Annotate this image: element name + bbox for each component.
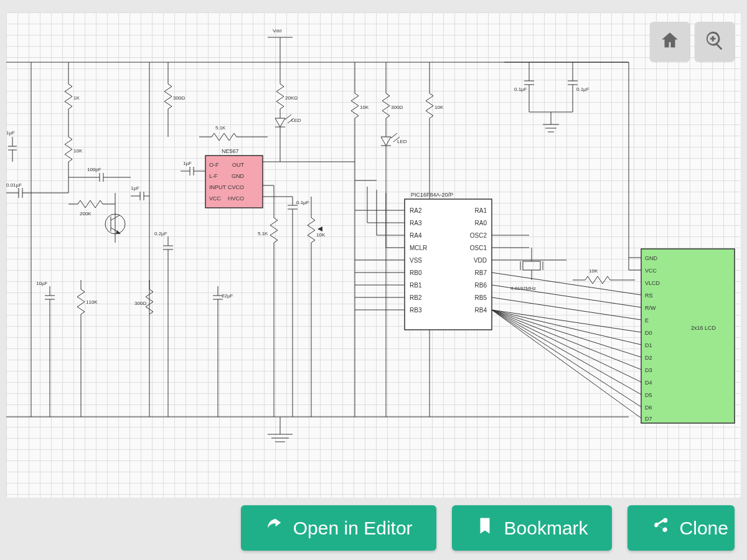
svg-text:5.1K: 5.1K [215, 125, 226, 131]
svg-text:RB6: RB6 [475, 282, 487, 289]
svg-text:RB1: RB1 [410, 282, 422, 289]
ic-pic: PIC16F84A-20/P RA2 RA3 RA4 MCLR VSS RB0 … [355, 180, 492, 330]
svg-text:10K: 10K [435, 105, 444, 110]
svg-text:LED: LED [397, 139, 407, 144]
svg-text:200K: 200K [80, 211, 92, 217]
svg-line-86 [285, 114, 291, 119]
svg-text:10K: 10K [73, 148, 83, 154]
svg-text:RB3: RB3 [410, 307, 422, 314]
svg-text:110K: 110K [86, 299, 98, 305]
svg-marker-84 [275, 118, 285, 127]
svg-text:D1: D1 [645, 342, 652, 348]
svg-text:1µF: 1µF [6, 130, 15, 136]
svg-marker-103 [317, 226, 322, 231]
svg-text:RB0: RB0 [410, 269, 422, 276]
svg-text:0.1µF: 0.1µF [514, 86, 527, 92]
svg-text:D7: D7 [645, 416, 652, 422]
svg-text:100pF: 100pF [87, 167, 101, 172]
svg-text:GND: GND [232, 173, 245, 179]
share-arrow-icon [265, 516, 283, 539]
left-network: 1µF 0.01µF 1K 10K 100pF [6, 62, 131, 417]
home-button[interactable] [650, 22, 690, 62]
svg-text:D3: D3 [645, 367, 652, 373]
svg-text:PIC16F84A-20/P: PIC16F84A-20/P [411, 192, 453, 198]
svg-text:5.1K: 5.1K [258, 231, 268, 236]
svg-text:RA1: RA1 [475, 207, 487, 214]
home-icon [659, 30, 680, 54]
svg-text:10K: 10K [316, 232, 326, 238]
svg-text:1µF: 1µF [131, 185, 139, 191]
bookmark-label: Bookmark [504, 518, 588, 539]
svg-text:VLCD: VLCD [645, 280, 660, 286]
svg-text:RA4: RA4 [410, 232, 422, 239]
zoom-in-button[interactable] [695, 22, 735, 62]
svg-text:D4: D4 [645, 380, 652, 386]
share-nodes-icon [651, 516, 670, 539]
ne567-output-network: 0.1µF 5.1K 10K 22µF [213, 185, 326, 417]
svg-line-211 [492, 310, 641, 407]
decoupling-caps: 0.1µF 0.1µF [504, 62, 629, 132]
svg-text:VCC: VCC [209, 195, 222, 202]
svg-text:10µF: 10µF [36, 281, 48, 286]
svg-text:MCLR: MCLR [410, 245, 427, 251]
svg-text:L-F: L-F [209, 173, 218, 179]
schematic-canvas[interactable]: Vdd 1µF 0.01µF 1K [6, 12, 741, 498]
svg-text:300Ω: 300Ω [134, 301, 146, 306]
bookmark-icon [476, 516, 494, 539]
open-editor-label: Open in Editor [293, 518, 413, 539]
svg-line-203 [492, 285, 641, 307]
svg-text:CVCO: CVCO [228, 184, 244, 190]
bookmark-button[interactable]: Bookmark [452, 505, 612, 551]
svg-text:RB2: RB2 [410, 294, 422, 301]
svg-text:RB4: RB4 [475, 307, 487, 314]
svg-text:NE567: NE567 [222, 148, 239, 154]
open-editor-button[interactable]: Open in Editor [241, 505, 436, 551]
svg-line-207 [492, 310, 641, 357]
svg-text:VSS: VSS [410, 257, 422, 264]
svg-text:RB7: RB7 [475, 269, 487, 276]
svg-text:GND: GND [645, 255, 658, 261]
svg-rect-160 [523, 261, 540, 270]
zoom-in-icon [704, 30, 725, 54]
svg-marker-116 [381, 137, 391, 146]
svg-text:R/W: R/W [645, 305, 656, 311]
svg-text:0.1µF: 0.1µF [296, 200, 309, 205]
svg-text:RA2: RA2 [410, 207, 422, 214]
svg-text:D0: D0 [645, 330, 652, 336]
clone-button[interactable]: Clone [627, 505, 735, 551]
svg-text:VDD: VDD [474, 257, 487, 264]
crystal-network: 4.0192MHz [492, 235, 566, 291]
svg-text:22µF: 22µF [222, 293, 233, 299]
svg-text:INPUT: INPUT [209, 184, 227, 190]
svg-text:HVCO: HVCO [228, 195, 244, 202]
svg-line-205 [492, 310, 641, 332]
svg-text:D5: D5 [645, 392, 652, 398]
svg-line-204 [492, 297, 641, 320]
svg-text:0.01µF: 0.01µF [6, 182, 22, 188]
lcd-module: 2x16 LCD GND VCC VLCD RS R/W E D0 D1 D2 … [492, 62, 735, 423]
schematic-svg: Vdd 1µF 0.01µF 1K [6, 12, 741, 498]
svg-line-212 [492, 310, 641, 418]
svg-text:0.1µF: 0.1µF [576, 86, 590, 92]
svg-text:OSC1: OSC1 [470, 245, 487, 251]
svg-text:300Ω: 300Ω [173, 95, 185, 101]
svg-text:10K: 10K [360, 105, 369, 110]
svg-text:RB5: RB5 [475, 294, 487, 301]
ic-ne567: NE567 O-F L-F INPUT VCC OUT GND CVCO HVC… [205, 148, 263, 208]
svg-text:1K: 1K [73, 95, 80, 101]
svg-text:D2: D2 [645, 355, 652, 361]
svg-text:OSC2: OSC2 [470, 232, 487, 239]
clone-label: Clone [680, 518, 728, 539]
svg-text:20KΩ: 20KΩ [285, 95, 298, 101]
svg-text:2x16 LCD: 2x16 LCD [691, 325, 716, 331]
svg-text:RS: RS [645, 292, 653, 299]
svg-text:RA3: RA3 [410, 220, 422, 226]
svg-text:D6: D6 [645, 404, 652, 411]
svg-line-202 [492, 273, 641, 295]
lcd-contrast: 10K [573, 268, 635, 284]
svg-text:10K: 10K [589, 268, 598, 274]
svg-line-118 [391, 133, 397, 138]
svg-text:0.2µF: 0.2µF [154, 231, 167, 236]
svg-rect-186 [641, 249, 735, 423]
svg-text:1µF: 1µF [183, 161, 192, 166]
